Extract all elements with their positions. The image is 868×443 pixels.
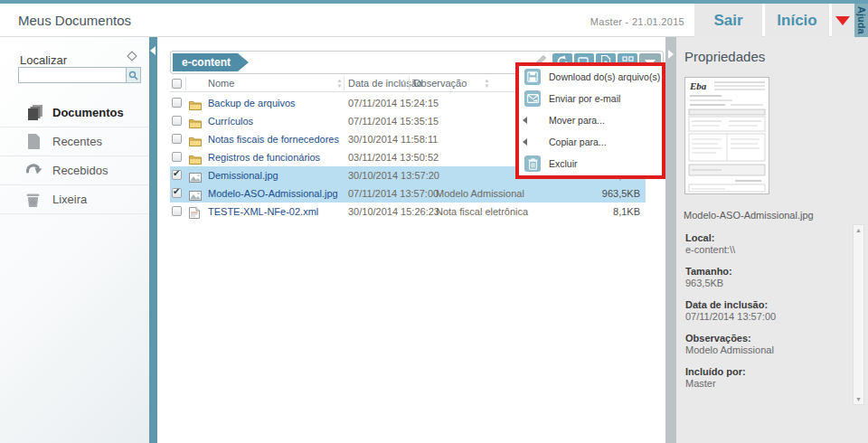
property-field: Tamanho:963,5KB xyxy=(685,266,839,288)
column-header-data[interactable]: Data de inclusão xyxy=(348,78,422,89)
header-divider xyxy=(185,77,186,90)
context-menu-item-label: Download do(s) arquivo(s) xyxy=(549,66,660,88)
checkmark-icon: ✔ xyxy=(173,168,180,178)
trash-basket-icon xyxy=(25,191,45,209)
sidebar-item-recentes[interactable]: Recentes xyxy=(0,127,149,156)
expand-right-icon xyxy=(668,50,674,59)
property-value: 07/11/2014 13:57:00 xyxy=(685,311,839,322)
page-title: Meus Documentos xyxy=(18,13,131,28)
help-tab[interactable]: Ajuda xyxy=(854,4,868,37)
sidebar-item-label: Recebidos xyxy=(52,156,108,185)
file-date-cell: 07/11/2014 15:24:15 xyxy=(348,94,439,112)
sidebar-item-label: Lixeira xyxy=(52,185,87,214)
row-checkbox[interactable] xyxy=(172,116,182,126)
header-divider xyxy=(409,77,410,90)
file-name-cell[interactable]: Demissional.jpg xyxy=(208,166,278,184)
search-button[interactable] xyxy=(126,68,140,82)
property-field: Local:e-content:\\ xyxy=(685,232,839,255)
properties-title: Propriedades xyxy=(684,49,765,64)
context-menu-item-label: Mover para... xyxy=(549,109,605,131)
property-value: 963,5KB xyxy=(685,278,839,288)
app-window: Meus Documentos Master - 21.01.2015 Sair… xyxy=(0,0,868,443)
breadcrumb-tab[interactable]: e-content xyxy=(173,53,238,71)
file-size-cell: 8,1KB xyxy=(557,203,640,221)
search-box xyxy=(18,67,141,83)
file-observation-cell: Nota fiscal eletrônica xyxy=(436,203,528,221)
panel-divider[interactable] xyxy=(665,37,676,443)
sidebar-nav: DocumentosRecentesRecebidosLixeira xyxy=(0,99,149,214)
context-menu: Download do(s) arquivo(s)Enviar por e-ma… xyxy=(519,66,662,175)
submenu-left-arrow-icon xyxy=(523,138,527,146)
context-menu-item-enviar-por-e-mail[interactable]: Enviar por e-mail xyxy=(519,88,662,109)
top-bar: Meus Documentos Master - 21.01.2015 Sair… xyxy=(0,0,868,37)
save-disk-icon xyxy=(524,69,541,85)
sort-nome-icon[interactable]: ▲▼ xyxy=(335,78,344,89)
select-all-checkbox[interactable] xyxy=(172,79,182,89)
context-menu-item-mover-para-[interactable]: Mover para... xyxy=(519,109,662,131)
checkmark-icon: ✔ xyxy=(173,186,180,196)
properties-fields: Local:e-content:\\Tamanho:963,5KBData de… xyxy=(685,232,839,400)
file-name-cell[interactable]: Backup de arquivos xyxy=(208,94,296,112)
file-size-cell: 963,5KB xyxy=(557,184,640,203)
annotation-highlight-box: Download do(s) arquivo(s)Enviar por e-ma… xyxy=(515,62,665,179)
file-date-cell: 30/10/2014 11:58:11 xyxy=(348,130,438,148)
search-label: Localizar xyxy=(20,53,67,67)
properties-filename: Modelo-ASO-Admissional.jpg xyxy=(684,210,814,221)
scroll-up-icon[interactable]: ▲ xyxy=(854,227,863,233)
file-name-cell[interactable]: Modelo-ASO-Admissional.jpg xyxy=(208,184,338,203)
context-menu-item-label: Excluir xyxy=(549,153,578,174)
property-label: Data de inclusão: xyxy=(685,299,839,311)
context-menu-item-excluir[interactable]: Excluir xyxy=(519,153,662,174)
table-row[interactable]: TESTE-XML-NFe-02.xml30/10/2014 15:26:23N… xyxy=(170,203,646,221)
sidebar-collapse-strip[interactable] xyxy=(149,37,157,443)
row-checkbox[interactable] xyxy=(172,98,182,108)
xml-file-icon xyxy=(189,206,200,222)
file-date-cell: 30/10/2014 13:57:20 xyxy=(348,166,439,184)
context-menu-item-download-do-s-arquivo-s-[interactable]: Download do(s) arquivo(s) xyxy=(519,66,662,88)
received-arrow-icon xyxy=(25,162,45,180)
file-name-cell[interactable]: Notas fiscais de fornecedores xyxy=(208,130,339,148)
file-date-cell: 30/10/2014 15:26:23 xyxy=(348,203,439,221)
context-menu-item-copiar-para-[interactable]: Copiar para... xyxy=(519,131,662,153)
red-triangle-icon xyxy=(835,16,850,25)
search-input[interactable] xyxy=(19,68,126,82)
submenu-left-arrow-icon xyxy=(523,117,527,124)
property-field: Observações:Modelo Admissional xyxy=(685,333,839,355)
alert-dropdown-button[interactable] xyxy=(832,4,854,37)
svg-text:Eba: Eba xyxy=(689,80,707,91)
properties-scrollbar[interactable]: ▲ ▼ xyxy=(853,224,864,405)
scroll-down-icon[interactable]: ▼ xyxy=(854,396,863,402)
file-name-cell[interactable]: Currículos xyxy=(208,112,253,130)
row-checkbox[interactable] xyxy=(172,206,182,216)
header-divider xyxy=(344,77,344,90)
sidebar-item-recebidos[interactable]: Recebidos xyxy=(0,156,149,185)
sidebar-item-documentos[interactable]: Documentos xyxy=(0,99,149,127)
column-header-nome[interactable]: Nome xyxy=(208,78,234,89)
property-field: Incluído por:Master xyxy=(685,366,839,389)
column-header-observacao[interactable]: Observação xyxy=(413,78,467,89)
documents-stack-icon xyxy=(25,104,45,122)
file-name-cell[interactable]: TESTE-XML-NFe-02.xml xyxy=(208,203,318,221)
tag-icon xyxy=(125,50,139,66)
delete-trash-icon xyxy=(524,156,541,172)
home-button[interactable]: Início xyxy=(765,4,829,37)
sort-observacao-icon[interactable]: ▲▼ xyxy=(483,78,491,89)
row-checkbox[interactable]: ✔ xyxy=(172,188,182,198)
property-value: Modelo Admissional xyxy=(685,344,839,355)
breadcrumb-label: e-content xyxy=(182,56,231,69)
property-label: Incluído por: xyxy=(685,366,839,378)
logout-button[interactable]: Sair xyxy=(694,4,762,37)
row-checkbox[interactable]: ✔ xyxy=(172,170,182,180)
sidebar-item-lixeira[interactable]: Lixeira xyxy=(0,185,149,214)
sidebar: Localizar DocumentosRecentesRecebidosLix… xyxy=(0,37,149,443)
row-checkbox[interactable] xyxy=(172,152,182,162)
table-row[interactable]: ✔Modelo-ASO-Admissional.jpg07/11/2014 13… xyxy=(170,184,646,203)
email-icon xyxy=(524,90,541,107)
sort-data-icon[interactable]: ▲▼ xyxy=(400,78,408,89)
row-checkbox[interactable] xyxy=(172,134,182,144)
recent-file-icon xyxy=(25,133,45,151)
file-observation-cell: Modelo Admissional xyxy=(436,184,524,203)
magnifier-icon xyxy=(128,71,138,80)
property-value: e-content:\\ xyxy=(685,244,839,255)
file-name-cell[interactable]: Registros de funcionários xyxy=(208,148,320,166)
